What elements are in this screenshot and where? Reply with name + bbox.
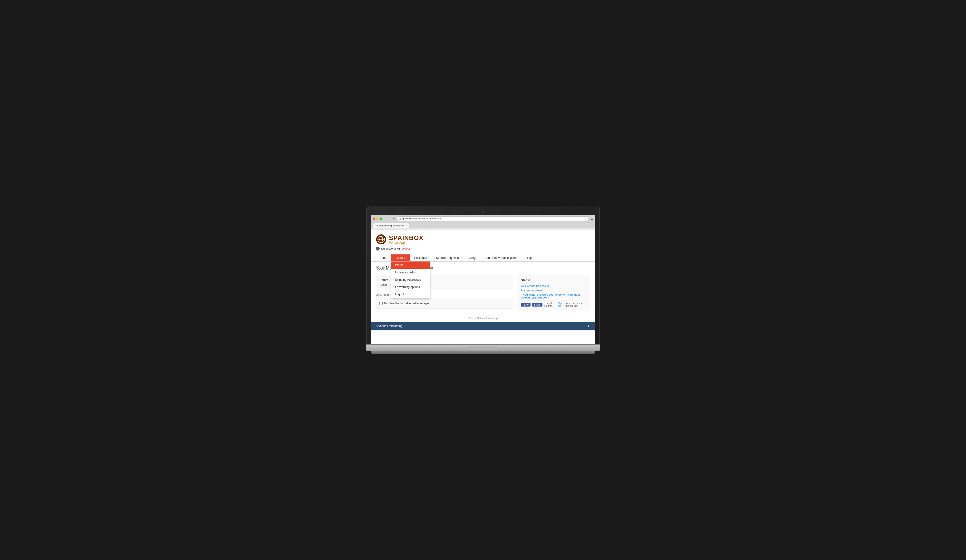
fb-like-button[interactable]: f Like	[521, 303, 531, 306]
active-tab[interactable]: Your Membership Information ×	[373, 223, 409, 228]
nav-home-label: Home	[380, 256, 387, 260]
logo-text: SPAINBOX Forwarding	[389, 234, 424, 244]
url-text: spainbox.com/forward/member/member	[402, 218, 441, 220]
nav-help-arrow: ▾	[532, 257, 534, 259]
nav-billing[interactable]: Billing ▾	[464, 254, 481, 261]
forward-button[interactable]: →	[388, 217, 392, 220]
nav-packages-label: Packages	[414, 256, 427, 260]
user-avatar-icon: 👤	[376, 247, 380, 251]
approved-link[interactable]: Account approved	[521, 289, 586, 292]
browser-toolbar: ← → ↻ 🔒 spainbox.com/forward/member/memb…	[371, 215, 595, 222]
browser-settings: ☰	[591, 217, 593, 220]
laptop-bottom	[371, 351, 595, 354]
credits-link[interactable]: Your Credits Balance: 0	[521, 284, 586, 287]
laptop-trackpad	[468, 347, 498, 350]
nav-home[interactable]: Home	[376, 254, 391, 261]
unsubscribe-checkbox[interactable]	[380, 302, 383, 305]
screen-bezel: ← → ↻ 🔒 spainbox.com/forward/member/memb…	[366, 206, 600, 344]
refresh-button[interactable]: ↻	[393, 218, 395, 220]
lock-icon: 🔒	[399, 218, 401, 220]
site-content: SPAINBOX Forwarding 👤 lourdessoriano1 Lo…	[371, 230, 595, 344]
account-dropdown: Profile Increase credits Shipping Addres…	[391, 261, 430, 298]
nav-packages-arrow: ▾	[428, 257, 429, 259]
plan-name: Spain	[380, 283, 387, 287]
dropdown-increase-credits[interactable]: Increase credits	[391, 269, 430, 276]
user-bar: 👤 lourdessoriano1 Logout	[376, 247, 590, 251]
bottom-bar-label: Spainbox forwarding	[376, 324, 402, 328]
fb-icon: f	[523, 303, 524, 306]
maximize-button[interactable]	[380, 218, 382, 220]
built-on-text: Built on Shipeu Forwarding	[468, 317, 498, 320]
nav-special-arrow: ▾	[459, 257, 460, 259]
dropdown-profile[interactable]: Profile	[391, 262, 430, 269]
address-bar[interactable]: 🔒 spainbox.com/forward/member/member	[397, 216, 589, 221]
logo-icon	[376, 234, 386, 245]
nav-special-requests[interactable]: Special Requests ▾	[432, 254, 464, 261]
status-panel: Status Your Credits Balance: 0 Account a…	[517, 275, 590, 311]
nav-add-renew[interactable]: Add/Renew Subscription ▾	[481, 254, 522, 261]
nav-help-label: Help	[526, 256, 532, 260]
nav-billing-arrow: ▾	[476, 257, 477, 259]
logo-sub-text: Forwarding	[389, 241, 424, 244]
dropdown-shipping-addresses[interactable]: Shipping Addresses	[391, 276, 430, 283]
minimize-button[interactable]	[376, 218, 379, 220]
status-title: Status	[521, 278, 586, 282]
dropdown-logout[interactable]: Logout	[391, 291, 430, 298]
bottom-bar: Spainbox forwarding ▲	[371, 322, 595, 331]
browser-window-controls	[373, 218, 382, 220]
fb-like-label: Like	[524, 303, 529, 306]
browser-tab-bar: Your Membership Information ×	[371, 222, 595, 228]
nav-billing-label: Billing	[468, 256, 475, 260]
nav-packages[interactable]: Packages ▾	[411, 254, 432, 261]
fb-signup-link[interactable]: Sign Up	[558, 302, 564, 307]
unsubscribe-row: Unsubscribe from all e-mail messages	[380, 302, 509, 305]
fb-share-label: Share	[534, 303, 540, 306]
settings-icon[interactable]: ☰	[591, 217, 593, 220]
navigation-bar: Home Account ▾ Profile Increase credits …	[371, 254, 595, 262]
bottom-bar-arrow[interactable]: ▲	[587, 324, 590, 328]
unsubscribe-label: Unsubscribe from all e-mail messages	[384, 302, 429, 305]
passport-link[interactable]: If you want to receive your shipment you…	[521, 293, 586, 299]
logout-link[interactable]: Logout	[402, 247, 410, 250]
browser-chrome: ← → ↻ 🔒 spainbox.com/forward/member/memb…	[371, 215, 595, 230]
nav-special-requests-label: Special Requests	[436, 256, 458, 260]
dropdown-forwarding-options[interactable]: Forwarding options	[391, 283, 430, 291]
logo-area: SPAINBOX Forwarding	[376, 234, 590, 245]
nav-account[interactable]: Account ▾	[391, 254, 411, 261]
tab-close-icon[interactable]: ×	[406, 225, 407, 227]
browser-navigation: ← → ↻	[384, 217, 396, 220]
site-header: SPAINBOX Forwarding 👤 lourdessoriano1 Lo…	[371, 230, 595, 254]
nav-account-wrapper: Account ▾ Profile Increase credits Shipp…	[391, 254, 411, 261]
close-button[interactable]	[373, 218, 375, 220]
laptop-shell: ← → ↻ 🔒 spainbox.com/forward/member/memb…	[366, 206, 600, 354]
username-text: lourdessoriano1	[381, 247, 400, 250]
laptop-screen: ← → ↻ 🔒 spainbox.com/forward/member/memb…	[371, 215, 595, 344]
tab-title: Your Membership Information	[375, 224, 404, 227]
fb-suffix-text: to see what your friends like.	[566, 302, 586, 307]
nav-account-arrow: ▾	[406, 257, 407, 259]
laptop-base	[366, 344, 600, 351]
nav-account-label: Account	[394, 256, 405, 260]
fb-share-button[interactable]: Share	[532, 303, 542, 306]
site-footer: Built on Shipeu Forwarding	[371, 315, 595, 322]
fb-count-text: 5 people like this.	[544, 302, 557, 307]
nav-add-renew-label: Add/Renew Subscription	[485, 256, 516, 260]
unsubscribe-panel: Unsubscribe from all e-mail messages	[376, 298, 513, 308]
nav-help[interactable]: Help ▾	[522, 254, 537, 261]
nav-add-renew-arrow: ▾	[518, 257, 518, 259]
back-button[interactable]: ←	[384, 217, 388, 220]
facebook-widget: f Like Share 5 people like this. Sign Up…	[521, 302, 586, 307]
